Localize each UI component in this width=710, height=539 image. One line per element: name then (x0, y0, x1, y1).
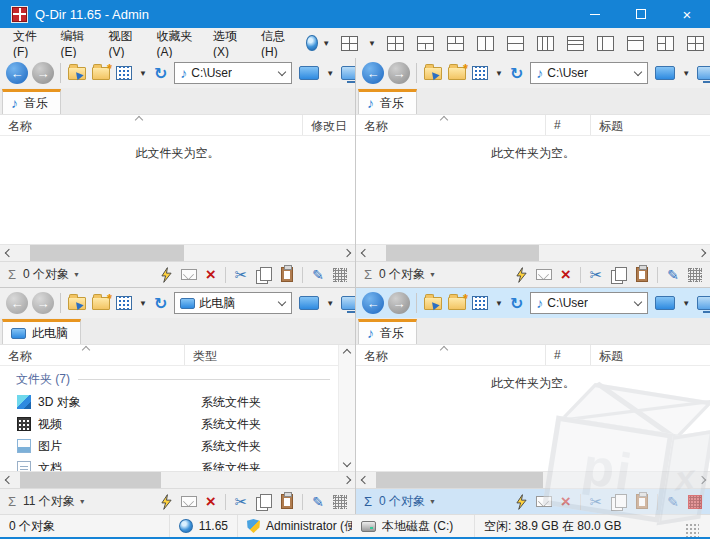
pane-style-dropdown[interactable]: ▼ (682, 299, 690, 308)
layout-option-9[interactable] (627, 36, 644, 51)
scroll-right-icon[interactable] (338, 245, 355, 261)
view-mode-dropdown[interactable]: ▼ (139, 299, 147, 308)
file-row-pictures[interactable]: 图片 系统文件夹 (0, 435, 338, 457)
scrollbar-thumb[interactable] (376, 472, 542, 488)
pane-style-dropdown[interactable]: ▼ (326, 69, 334, 78)
back-button[interactable]: ← (6, 292, 28, 314)
view-mode-button[interactable] (113, 61, 135, 85)
forward-button[interactable]: → (32, 62, 54, 84)
edit-button[interactable]: ✎ (667, 267, 679, 283)
horizontal-scrollbar[interactable] (356, 471, 710, 488)
scroll-right-icon[interactable] (338, 472, 355, 488)
tab-this-pc[interactable]: 此电脑 (2, 319, 81, 344)
tab-music[interactable]: ♪ 音乐 (358, 89, 417, 114)
address-combo[interactable]: ♪ C:\User (174, 62, 292, 84)
folder-up-button[interactable] (65, 61, 89, 85)
refresh-button[interactable]: ↻ (151, 61, 170, 85)
forward-button[interactable]: → (388, 62, 410, 84)
layout-option-2[interactable] (417, 36, 434, 51)
layout-dropdown[interactable]: ▼ (368, 39, 376, 48)
view-mode-button[interactable] (469, 61, 491, 85)
layout-option-10[interactable] (657, 36, 674, 51)
view-mode-dropdown[interactable]: ▼ (495, 69, 503, 78)
layout-option-6[interactable] (537, 36, 554, 51)
refresh-button[interactable]: ↻ (507, 61, 526, 85)
copy-button[interactable] (611, 267, 627, 283)
scrollbar-thumb[interactable] (30, 245, 184, 261)
folder-up-button[interactable] (65, 291, 89, 315)
pane-style-dropdown[interactable]: ▼ (326, 299, 334, 308)
scroll-left-icon[interactable] (356, 245, 373, 261)
scroll-up-icon[interactable] (343, 349, 351, 357)
scroll-left-icon[interactable] (356, 472, 373, 488)
pane3-file-list[interactable]: 文件夹 (7) 3D 对象 系统文件夹 视频 系统文件夹 图片 系统 (0, 366, 338, 471)
file-row-videos[interactable]: 视频 系统文件夹 (0, 413, 338, 435)
layout-option-7[interactable] (567, 36, 584, 51)
select-mode-button[interactable] (688, 268, 702, 282)
column-title[interactable]: 标题 (591, 115, 710, 135)
layout-option-3[interactable] (447, 36, 464, 51)
paste-button[interactable] (281, 267, 293, 282)
count-dropdown[interactable]: ▼ (73, 271, 80, 278)
scroll-right-icon[interactable] (693, 472, 710, 488)
edit-button[interactable]: ✎ (667, 494, 679, 510)
scrollbar-thumb[interactable] (386, 245, 540, 261)
close-button[interactable]: × (664, 0, 710, 28)
back-button[interactable]: ← (362, 62, 384, 84)
column-name[interactable]: 名称 (356, 345, 546, 365)
cut-button[interactable]: ✂ (590, 493, 603, 511)
layout-option-8[interactable] (597, 36, 614, 51)
scroll-right-icon[interactable] (693, 245, 710, 261)
pane1-file-list[interactable]: 此文件夹为空。 (0, 136, 355, 244)
column-number[interactable]: # (546, 115, 591, 135)
rename-button[interactable] (536, 269, 552, 280)
group-header-folders[interactable]: 文件夹 (7) (0, 366, 338, 391)
edit-button[interactable]: ✎ (312, 494, 324, 510)
new-folder-button[interactable] (89, 61, 113, 85)
pane-style2-button[interactable] (338, 291, 355, 315)
folder-up-button[interactable] (421, 291, 445, 315)
pane-style-button[interactable] (296, 61, 322, 85)
view-mode-dropdown[interactable]: ▼ (139, 69, 147, 78)
file-row-documents[interactable]: 文档 系统文件夹 (0, 457, 338, 471)
refresh-button[interactable]: ↻ (151, 291, 170, 315)
column-type[interactable]: 类型 (185, 345, 338, 365)
minimize-button[interactable] (572, 0, 618, 28)
tab-music[interactable]: ♪ 音乐 (2, 89, 61, 114)
horizontal-scrollbar[interactable] (356, 244, 710, 261)
actions-lightning-button[interactable] (161, 267, 172, 283)
scrollbar-thumb[interactable] (20, 472, 161, 488)
column-modified[interactable]: 修改日 (303, 115, 355, 135)
horizontal-scrollbar[interactable] (0, 244, 355, 261)
layout-option-1[interactable] (387, 36, 404, 51)
delete-button[interactable]: × (561, 266, 571, 283)
count-dropdown[interactable]: ▼ (429, 271, 436, 278)
actions-lightning-button[interactable] (161, 494, 172, 510)
address-combo[interactable]: ♪ C:\User (530, 292, 648, 314)
layout-option-5[interactable] (507, 36, 524, 51)
forward-button[interactable]: → (388, 292, 410, 314)
pane-style2-button[interactable] (694, 291, 710, 315)
globe-icon[interactable] (306, 35, 318, 51)
back-button[interactable]: ← (362, 292, 384, 314)
vertical-scrollbar[interactable] (338, 345, 355, 471)
rename-button[interactable] (536, 496, 552, 507)
column-number[interactable]: # (546, 345, 591, 365)
cut-button[interactable]: ✂ (235, 493, 248, 511)
layout-quad-button[interactable] (341, 36, 358, 51)
column-title[interactable]: 标题 (591, 345, 710, 365)
pane-style-button[interactable] (652, 61, 678, 85)
layout-option-4[interactable] (477, 36, 494, 51)
maximize-button[interactable] (618, 0, 664, 28)
pane-style-button[interactable] (296, 291, 322, 315)
actions-lightning-button[interactable] (516, 267, 527, 283)
count-dropdown[interactable]: ▼ (79, 498, 86, 505)
pane4-file-list[interactable]: 此文件夹为空。 (356, 366, 710, 471)
select-mode-button[interactable] (688, 495, 702, 509)
forward-button[interactable]: → (32, 292, 54, 314)
scroll-left-icon[interactable] (0, 472, 17, 488)
pane-style2-button[interactable] (694, 61, 710, 85)
address-combo[interactable]: ♪ C:\User (530, 62, 648, 84)
scroll-down-icon[interactable] (343, 459, 351, 467)
delete-button[interactable]: × (561, 493, 571, 510)
